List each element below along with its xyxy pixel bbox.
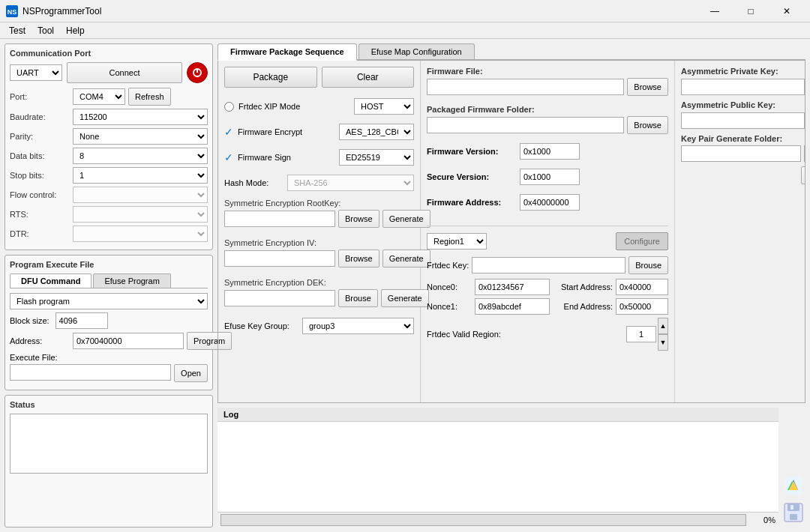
- efuse-keygroup-select[interactable]: group3: [302, 318, 414, 334]
- databits-select[interactable]: 8: [73, 148, 208, 164]
- fw-version-label: Firmware Version:: [427, 147, 517, 156]
- frtdec-key-browse[interactable]: Brouse: [628, 256, 668, 274]
- log-progress-row: 0%: [218, 512, 778, 528]
- menu-bar: Test Tool Help: [0, 22, 810, 39]
- clear-button[interactable]: Clear: [322, 67, 415, 88]
- tab-firmware-pkg[interactable]: Firmware Package Sequence: [218, 43, 357, 61]
- flash-program-select[interactable]: Flash program: [10, 293, 208, 309]
- sym-dek-label: Symmetric Encryption DEK:: [224, 278, 414, 287]
- fw-file-input[interactable]: [427, 79, 624, 95]
- sym-rootkey-input[interactable]: [224, 211, 335, 227]
- fw-address-label: Firmware Address:: [427, 198, 517, 207]
- stopbits-label: Stop bits:: [10, 171, 70, 180]
- menu-help[interactable]: Help: [60, 24, 91, 37]
- open-button[interactable]: Open: [174, 364, 208, 382]
- port-select[interactable]: COM4: [73, 88, 125, 105]
- pkg-folder-input[interactable]: [427, 117, 624, 133]
- dfu-tab[interactable]: DFU Command: [10, 273, 92, 288]
- svg-rect-10: [790, 514, 797, 520]
- dtr-select[interactable]: [73, 226, 208, 242]
- end-addr-label: End Address:: [553, 302, 613, 311]
- sym-dek-input[interactable]: [224, 290, 335, 306]
- fw-address-input[interactable]: [520, 194, 580, 211]
- keypair-generate-btn[interactable]: Generate: [801, 166, 806, 184]
- connect-button[interactable]: Connect: [67, 62, 182, 83]
- fw-file-label: Firmware File:: [427, 67, 668, 76]
- sym-rootkey-browse[interactable]: Browse: [338, 210, 380, 228]
- execute-file-input[interactable]: [10, 364, 171, 381]
- baudrate-label: Baudrate:: [10, 112, 70, 121]
- frtdec-key-input[interactable]: [472, 257, 626, 273]
- sym-dek-browse[interactable]: Brouse: [338, 289, 378, 307]
- frtdec-xip-select[interactable]: HOST: [354, 98, 414, 115]
- asym-public-label: Asymmetric Public Key:: [681, 100, 806, 109]
- parity-label: Parity:: [10, 132, 70, 141]
- address-input[interactable]: [73, 333, 184, 349]
- fw-file-browse[interactable]: Browse: [627, 78, 668, 96]
- secure-version-label: Secure Version:: [427, 172, 517, 181]
- svg-rect-11: [790, 505, 794, 510]
- title-bar: NS NSProgrammerTool ― □ ✕: [0, 0, 810, 22]
- sym-iv-input[interactable]: [224, 250, 335, 267]
- sym-rootkey-label: Symmetric Encryption RootKey:: [224, 199, 414, 208]
- valid-region-up[interactable]: ▲: [658, 318, 668, 334]
- frtdec-xip-label: Frtdec XIP Mode: [238, 102, 350, 111]
- efuse-keygroup-label: Efuse Key Group:: [224, 321, 299, 330]
- fw-version-input[interactable]: [520, 143, 580, 160]
- keypair-folder-input[interactable]: [681, 145, 801, 162]
- comm-port-group: Communication Port UART Connect Port: CO…: [4, 43, 213, 250]
- secure-version-input[interactable]: [520, 169, 580, 185]
- start-addr-input[interactable]: [616, 279, 668, 295]
- flowctrl-select[interactable]: [73, 187, 208, 203]
- fw-sign-select[interactable]: ED25519: [339, 149, 414, 166]
- pkg-folder-browse[interactable]: Browse: [627, 116, 668, 134]
- valid-region-down[interactable]: ▼: [658, 334, 668, 351]
- region-select[interactable]: Region1: [427, 233, 487, 250]
- parity-select[interactable]: None: [73, 128, 208, 145]
- tab-efuse-map[interactable]: Efuse Map Configuration: [358, 43, 475, 59]
- blocksize-label: Block size:: [10, 316, 50, 325]
- program-execute-group: Program Execute File DFU Command Efuse P…: [4, 255, 213, 390]
- save-icon: [783, 502, 804, 523]
- fw-encrypt-check-icon: ✓: [224, 126, 233, 138]
- protocol-select[interactable]: UART: [10, 64, 62, 81]
- color-icon-button[interactable]: [782, 474, 806, 498]
- asym-public-input[interactable]: [681, 112, 805, 129]
- left-panel: Communication Port UART Connect Port: CO…: [0, 39, 218, 532]
- nonce1-input[interactable]: [475, 298, 550, 315]
- configure-button[interactable]: Configure: [616, 232, 668, 250]
- refresh-button[interactable]: Refresh: [128, 88, 171, 106]
- maximize-button[interactable]: □: [734, 0, 768, 22]
- fw-encrypt-select[interactable]: AES_128_CBC: [339, 124, 414, 140]
- valid-region-input[interactable]: [626, 326, 656, 342]
- main-tab-bar: Firmware Package Sequence Efuse Map Conf…: [218, 43, 806, 61]
- log-body: [218, 422, 778, 512]
- efuse-tab[interactable]: Efuse Program: [93, 273, 170, 288]
- app-icon: NS: [6, 5, 18, 17]
- log-title: Log: [218, 408, 778, 422]
- sym-iv-browse[interactable]: Browse: [338, 250, 380, 267]
- color-icon: [783, 475, 804, 496]
- baudrate-select[interactable]: 115200: [73, 109, 208, 125]
- close-button[interactable]: ✕: [770, 0, 804, 22]
- pkg-folder-label: Packaged Firmware Folder:: [427, 105, 668, 114]
- rts-select[interactable]: [73, 206, 208, 223]
- fw-sign-check-icon: ✓: [224, 151, 233, 163]
- hash-mode-select[interactable]: SHA-256: [287, 175, 414, 191]
- nonce0-label: Nonce0:: [427, 282, 472, 291]
- minimize-button[interactable]: ―: [698, 0, 732, 22]
- nonce0-input[interactable]: [475, 279, 550, 295]
- save-icon-button[interactable]: [782, 501, 806, 525]
- status-title: Status: [10, 400, 208, 409]
- stopbits-select[interactable]: 1: [73, 167, 208, 184]
- menu-test[interactable]: Test: [3, 24, 32, 37]
- asym-private-input[interactable]: [681, 79, 805, 95]
- blocksize-input[interactable]: [56, 312, 108, 329]
- keypair-ext-select[interactable]: *.pem: [804, 145, 806, 162]
- comm-port-title: Communication Port: [10, 49, 208, 58]
- power-button[interactable]: [187, 62, 208, 83]
- end-addr-input[interactable]: [616, 298, 668, 315]
- menu-tool[interactable]: Tool: [32, 24, 60, 37]
- frtdec-xip-radio[interactable]: [224, 102, 234, 112]
- package-button[interactable]: Package: [224, 67, 317, 88]
